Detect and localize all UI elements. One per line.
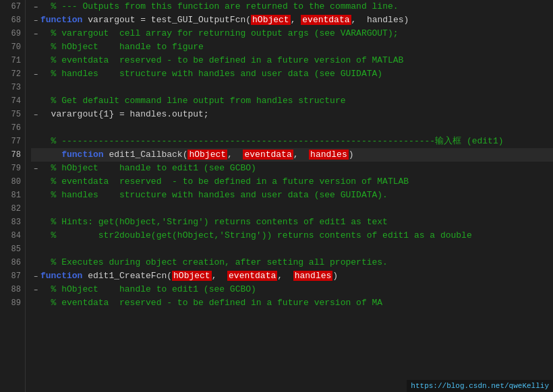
code-text-82 — [40, 202, 553, 216]
code-token: % hObject handle to figure — [40, 42, 204, 52]
line-number-83: 83 — [3, 216, 21, 229]
code-token: function — [40, 271, 88, 281]
code-token: varargout = test_GUI_OutputFcn( — [88, 15, 251, 25]
line-number-71: 71 — [3, 54, 21, 67]
code-line-86: % Executes during object creation, after… — [31, 256, 553, 269]
code-token: 输入框 (edit1) — [435, 136, 503, 146]
code-line-73 — [31, 81, 553, 94]
code-token: % --- Outputs — [40, 1, 125, 11]
line-number-70: 70 — [3, 40, 21, 54]
code-text-77: % --------------------------------------… — [40, 135, 553, 148]
code-token: , — [291, 15, 301, 25]
code-line-72: − % handles structure with handles and u… — [31, 67, 553, 81]
code-text-67: % --- Outputs from this function are ret… — [40, 0, 553, 13]
fold-icon-75[interactable]: − — [31, 111, 40, 121]
code-token: eventdata — [227, 271, 277, 281]
code-text-89: % eventdata reserved - to be defined in … — [40, 296, 553, 310]
code-token: function are returned to the command lin… — [172, 1, 398, 11]
code-line-74: % Get default command line output from h… — [31, 94, 553, 108]
fold-icon-69[interactable]: − — [31, 30, 40, 40]
fold-icon-72[interactable]: − — [31, 71, 40, 80]
code-text-87: function edit1_CreateFcn(hObject, eventd… — [40, 269, 553, 283]
code-text-80: % eventdata reserved - to be defined in … — [40, 175, 553, 189]
line-number-69: 69 — [3, 27, 21, 40]
code-text-76 — [40, 121, 553, 135]
code-token: handles structure — [251, 96, 345, 106]
code-token: hObject — [172, 271, 212, 281]
code-text-74: % Get default command line output from h… — [40, 94, 553, 108]
code-token: % eventdata reserved - to be defined in … — [40, 176, 409, 187]
code-token: % handles structure with handles and use… — [40, 190, 388, 200]
code-token: % hObject handle to edit1 (see GCBO) — [40, 284, 256, 294]
code-line-67: − % --- Outputs from this function are r… — [31, 0, 553, 13]
code-line-81: % handles structure with handles and use… — [31, 189, 553, 202]
code-line-76 — [31, 121, 553, 135]
code-text-71: % eventdata reserved - to be defined in … — [40, 54, 553, 67]
code-token: function — [40, 15, 88, 25]
line-number-72: 72 — [3, 67, 21, 81]
code-line-88: − % hObject handle to edit1 (see GCBO) — [31, 283, 553, 296]
code-text-78: function edit1_Callback(hObject, eventda… — [40, 148, 553, 162]
line-number-75: 75 — [3, 108, 21, 121]
code-area[interactable]: − % --- Outputs from this function are r… — [26, 0, 553, 392]
code-text-88: % hObject handle to edit1 (see GCBO) — [40, 283, 553, 296]
code-line-70: % hObject handle to figure — [31, 40, 553, 54]
code-token — [40, 150, 61, 160]
line-number-78: 78 — [3, 148, 21, 162]
code-token — [146, 1, 151, 11]
line-number-84: 84 — [3, 229, 21, 242]
line-number-80: 80 — [3, 175, 21, 189]
line-number-86: 86 — [3, 256, 21, 269]
code-text-68: function varargout = test_GUI_OutputFcn(… — [40, 13, 553, 27]
code-line-77: % --------------------------------------… — [31, 135, 553, 148]
line-number-76: 76 — [3, 121, 21, 135]
code-token: hObject — [251, 15, 291, 25]
code-token: % Hints: get(hObject,'String') returns c… — [40, 217, 388, 227]
code-token: % eventdata reserved - to be defined in … — [40, 298, 382, 308]
code-text-79: % hObject handle to edit1 (see GCBO) — [40, 162, 553, 175]
code-token: , — [227, 150, 243, 160]
code-line-80: % eventdata reserved - to be defined in … — [31, 175, 553, 189]
code-text-85 — [40, 242, 553, 256]
code-token: from — [230, 96, 251, 106]
fold-icon-88[interactable]: − — [31, 286, 40, 296]
line-number-87: 87 — [3, 269, 21, 283]
code-token: % Executes during object creation, after… — [40, 257, 388, 267]
code-token: , — [212, 271, 227, 281]
code-token: eventdata — [243, 150, 293, 160]
fold-icon-79[interactable]: − — [31, 165, 40, 174]
line-number-68: 68 — [3, 13, 21, 27]
code-token: % handles structure with handles and use… — [40, 69, 382, 79]
code-token: handles — [309, 150, 349, 160]
code-text-72: % handles structure with handles and use… — [40, 67, 553, 81]
code-text-70: % hObject handle to figure — [40, 40, 553, 54]
code-line-84: % str2double(get(hObject,'String')) retu… — [31, 229, 553, 242]
line-number-67: 67 — [3, 0, 21, 13]
code-token: ) — [332, 271, 338, 281]
code-line-68: −function varargout = test_GUI_OutputFcn… — [31, 13, 553, 27]
line-number-81: 81 — [3, 189, 21, 202]
code-editor: 6768697071727374757677787980818283848586… — [0, 0, 553, 392]
code-token: edit1_Callback( — [109, 150, 187, 160]
code-token: % hObject handle to edit1 (see GCBO) — [40, 163, 256, 173]
line-number-74: 74 — [3, 94, 21, 108]
code-token: % --------------------------------------… — [40, 136, 435, 146]
line-number-73: 73 — [3, 81, 21, 94]
line-numbers: 6768697071727374757677787980818283848586… — [0, 0, 26, 392]
code-token: hObject — [187, 150, 227, 160]
code-line-87: −function edit1_CreateFcn(hObject, event… — [31, 269, 553, 283]
code-text-86: % Executes during object creation, after… — [40, 256, 553, 269]
fold-icon-87[interactable]: − — [31, 273, 40, 282]
watermark: https://blog.csdn.net/qweKelliy — [407, 380, 553, 392]
code-token: this — [151, 1, 172, 11]
fold-icon-67[interactable]: − — [31, 3, 40, 13]
code-line-89: % eventdata reserved - to be defined in … — [31, 296, 553, 310]
code-token: eventdata — [301, 15, 351, 25]
code-token: function — [61, 150, 109, 160]
code-token: , — [293, 150, 309, 160]
code-line-78: function edit1_Callback(hObject, eventda… — [31, 148, 553, 162]
line-number-79: 79 — [3, 162, 21, 175]
fold-icon-68[interactable]: − — [31, 17, 40, 26]
code-line-82 — [31, 202, 553, 216]
code-line-83: % Hints: get(hObject,'String') returns c… — [31, 216, 553, 229]
